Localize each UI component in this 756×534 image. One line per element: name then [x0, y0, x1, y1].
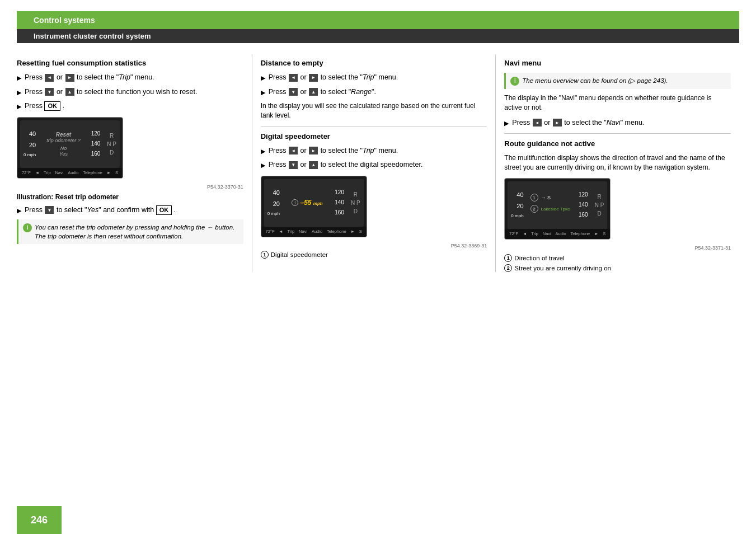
caption-text-1: Digital speedometer: [271, 251, 328, 258]
navi-item-1-text: → S: [541, 195, 551, 200]
header-title: Control systems: [34, 16, 95, 25]
info-text-1: You can reset the trip odometer by press…: [35, 223, 239, 241]
down-btn-icon-4[interactable]: ▼: [289, 161, 298, 169]
info-icon-1: i: [23, 223, 32, 232]
bullet-1-2: ▶ Press ▼ or ▲ to select the function yo…: [17, 87, 243, 97]
info-text-2: The menu overview can be found on (▷ pag…: [522, 76, 668, 85]
col-2: Distance to empty ▶ Press ◄ or ► to sele…: [252, 54, 496, 272]
cluster-image-3: 40 20 0 mph 1 → S 2 Lakeside Tpke: [504, 178, 611, 240]
down-btn-icon-3[interactable]: ▼: [289, 88, 298, 96]
right-btn-icon-4[interactable]: ►: [553, 119, 562, 127]
cluster-inner-2: 40 20 0 mph 1 –55 mph 120 140: [261, 176, 367, 237]
left-btn-icon-2[interactable]: ◄: [289, 74, 298, 82]
caption-row-3-1: 1 Direction of travel: [504, 254, 731, 262]
cluster-image-2: 40 20 0 mph 1 –55 mph 120 140: [261, 176, 367, 237]
bullet-2-3: ▶ Press ◄ or ► to select the "Trip" menu…: [261, 146, 487, 156]
bullet-1-3: ▶ Press OK .: [17, 101, 243, 111]
cluster-footer-3: 72°F◄TripNaviAudioTelephone►S: [505, 229, 610, 239]
cluster-image-1: 40 20 0 mph Reset trip odometer ? No Yes…: [17, 117, 123, 179]
subheader-title: Instrument cluster control system: [34, 32, 151, 40]
content-area: Resetting fuel consumption statistics ▶ …: [0, 43, 756, 283]
left-btn-icon-4[interactable]: ◄: [533, 119, 542, 127]
up-btn-icon-1[interactable]: ▲: [65, 88, 74, 96]
arrow-icon-1: ▶: [17, 74, 21, 82]
caption-num-1: 1: [261, 251, 269, 259]
speedo-bg-1: 40 20 0 mph Reset trip odometer ? No Yes…: [20, 120, 120, 168]
arrow-icon-4: ▶: [17, 207, 21, 215]
navi-badge-1: 1: [530, 194, 538, 202]
bullet-2-4-text: Press ▼ or ▲ to select the digital speed…: [269, 160, 423, 170]
right-btn-icon[interactable]: ►: [65, 74, 74, 82]
section-title-2a: Distance to empty: [261, 59, 487, 67]
up-btn-icon-3[interactable]: ▲: [309, 161, 318, 169]
arrow-icon-9: ▶: [504, 119, 509, 128]
ok-btn-2[interactable]: OK: [156, 205, 172, 215]
left-btn-icon[interactable]: ◄: [45, 74, 54, 82]
info-box-1: i You can reset the trip odometer by pre…: [17, 219, 243, 244]
bullet-3-1: ▶ Press ◄ or ► to select the "Navi" menu…: [504, 118, 731, 128]
page: Control systems Instrument cluster contr…: [0, 11, 756, 534]
bullet-1-2-text: Press ▼ or ▲ to select the function you …: [25, 87, 197, 97]
cluster-ref-1: P54.32-3370-31: [17, 184, 243, 190]
cluster-ref-2: P54.32-3369-31: [261, 243, 487, 249]
section-title-3a: Navi menu: [504, 59, 731, 67]
ok-btn-1[interactable]: OK: [44, 101, 60, 111]
speedo-mph: –55 mph: [300, 199, 322, 207]
bullet-3-1-text: Press ◄ or ► to select the "Navi" menu.: [512, 118, 644, 128]
cluster-inner-3: 40 20 0 mph 1 → S 2 Lakeside Tpke: [505, 179, 610, 239]
bullet-2-1: ▶ Press ◄ or ► to select the "Trip" menu…: [261, 73, 487, 83]
speedo-right-2: 120 140 160: [331, 185, 348, 220]
arrow-icon-3: ▶: [17, 102, 21, 111]
arrow-icon-2: ▶: [17, 88, 21, 97]
info-icon-2: i: [510, 77, 519, 86]
caption-text-3-1: Direction of travel: [514, 255, 564, 261]
page-number: 246: [31, 514, 48, 526]
speedo-right-1: 120 140 160: [88, 127, 104, 161]
illus-label-1: Illustration: Reset trip odometer: [17, 193, 243, 201]
right-btn-icon-2[interactable]: ►: [309, 74, 318, 82]
gear-display-2: RN PD: [348, 188, 364, 218]
bullet-1-4-text: Press ▼ to select "Yes" and confirm with…: [25, 205, 176, 216]
left-btn-icon-3[interactable]: ◄: [289, 147, 298, 154]
speedo-bg-2: 40 20 0 mph 1 –55 mph 120 140: [264, 179, 364, 227]
arrow-icon-8: ▶: [261, 161, 265, 170]
col-3: Navi menu i The menu overview can be fou…: [496, 54, 739, 272]
bullet-2-1-text: Press ◄ or ► to select the "Trip" menu.: [269, 73, 398, 83]
speedo-left-2: 40 20 0 mph: [264, 185, 283, 220]
navi-item-1: 1 → S: [530, 194, 572, 202]
section-title-1: Resetting fuel consumption statistics: [17, 59, 243, 67]
cluster-inner-1: 40 20 0 mph Reset trip odometer ? No Yes…: [17, 118, 123, 178]
section-title-2b: Digital speedometer: [261, 132, 487, 140]
bullet-2-3-text: Press ◄ or ► to select the "Trip" menu.: [269, 146, 398, 156]
cluster-ref-3: P54.32-3371-31: [504, 245, 731, 251]
divider-2: [504, 133, 731, 134]
bullet-1-1-text: Press ◄ or ► to select the "Trip" menu.: [25, 73, 154, 83]
arrow-icon-6: ▶: [261, 88, 265, 97]
down-btn-icon-1[interactable]: ▼: [45, 88, 54, 96]
section-title-3b: Route guidance not active: [504, 139, 731, 148]
col2-body-text: In the display you will see the calculat…: [261, 101, 487, 120]
speedo-center-2: 1 –55 mph: [283, 199, 331, 207]
bullet-2-2-text: Press ▼ or ▲ to select "Range".: [269, 87, 376, 97]
arrow-icon-5: ▶: [261, 74, 265, 82]
cluster-footer-2: 72°F◄TripNaviAudioTelephone►S: [261, 227, 367, 237]
bullet-2-4: ▶ Press ▼ or ▲ to select the digital spe…: [261, 160, 487, 170]
up-btn-icon-2[interactable]: ▲: [309, 88, 318, 96]
bullet-1-1: ▶ Press ◄ or ► to select the "Trip" menu…: [17, 73, 243, 83]
speedo-left-3: 40 20 0 mph: [508, 188, 527, 222]
down-btn-icon-2[interactable]: ▼: [45, 206, 54, 214]
caption-row-3-2: 2 Street you are currently driving on: [504, 264, 731, 272]
caption-num-3-1: 1: [504, 254, 512, 262]
cluster-footer-1: 72°F◄TripNaviAudioTelephone►S: [17, 168, 123, 178]
col-1: Resetting fuel consumption statistics ▶ …: [17, 54, 252, 272]
arrow-icon-7: ▶: [261, 147, 265, 156]
page-number-box: 246: [17, 506, 62, 534]
col3-body-text1: The display in the "Navi" menu depends o…: [504, 93, 731, 113]
right-btn-icon-3[interactable]: ►: [309, 147, 318, 154]
header-bar: Control systems: [17, 11, 739, 29]
col3-body-text2: The multifunction display shows the dire…: [504, 153, 731, 172]
navi-item-2: 2 Lakeside Tpke: [530, 205, 572, 213]
caption-text-3-2: Street you are currently driving on: [514, 265, 611, 271]
navi-item-2-text: Lakeside Tpke: [541, 207, 570, 212]
navi-badge-2: 2: [530, 205, 538, 213]
